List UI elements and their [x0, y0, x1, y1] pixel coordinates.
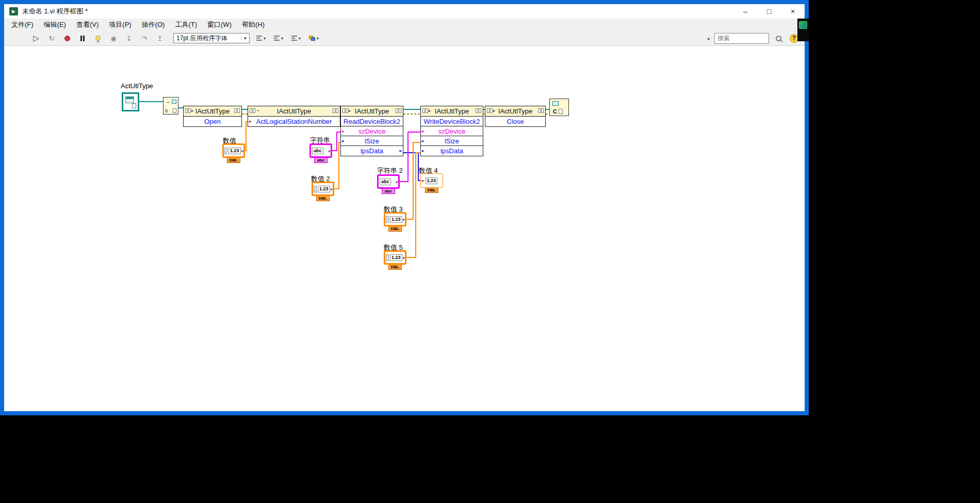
wire-num5[interactable]: [415, 152, 420, 153]
retain-wire-values-button[interactable]: ◉: [107, 33, 120, 44]
numeric-indicator-num4[interactable]: ▸ 1.23 DBL: [420, 173, 443, 193]
param-row-szdevice[interactable]: ▸ szDevice: [421, 126, 483, 136]
wire-refnum-gap2[interactable]: [403, 109, 420, 110]
output-arrow-icon: ▸: [403, 217, 405, 222]
type-tag: abc: [382, 188, 395, 194]
menu-item-tools[interactable]: 工具(T): [170, 20, 202, 29]
property-node-header[interactable]: ⊸ IActUtlType: [248, 106, 340, 117]
numeric-terminal-icon: 1.23 ▸: [384, 250, 406, 265]
wire-num2[interactable]: [338, 142, 339, 189]
wire-num5[interactable]: [415, 152, 416, 258]
numeric-control-num1[interactable]: 1.23 ▸ DBL: [222, 143, 245, 163]
wire-num3[interactable]: [413, 142, 420, 143]
wire-str2[interactable]: [407, 132, 420, 133]
param-row-lsize[interactable]: ▸ lSize: [341, 136, 403, 146]
invoke-node-write-device-block[interactable]: ▸ IActUtlType WriteDeviceBlock2 ▸ szDevi…: [420, 106, 483, 156]
reorder-dropdown[interactable]: ▾: [307, 35, 320, 42]
param-row-szdevice[interactable]: ▸ szDevice: [341, 126, 403, 136]
question-mark-icon: ?: [792, 35, 796, 42]
property-node-station-number[interactable]: ⊸ IActUtlType ▸ ActLogicalStationNumber: [248, 106, 340, 127]
chevron-down-icon: ▾: [281, 36, 283, 41]
string-terminal-icon: abc ▸: [309, 143, 332, 158]
align-objects-dropdown[interactable]: ▾: [255, 35, 267, 42]
invoke-node-open[interactable]: ▸ IActUtlType Open: [183, 106, 242, 127]
resize-objects-dropdown[interactable]: ▾: [290, 35, 302, 42]
step-into-button[interactable]: ↧: [123, 33, 135, 44]
wire-num1[interactable]: [246, 122, 247, 151]
refnum-in-terminal-icon: ▸: [422, 108, 431, 113]
maximize-button[interactable]: □: [757, 4, 781, 19]
wire-open-to-invoke[interactable]: [178, 107, 183, 108]
pause-icon: [83, 36, 85, 41]
property-row-station-number[interactable]: ▸ ActLogicalStationNumber: [248, 117, 340, 126]
menu-item-file[interactable]: 文件(F): [6, 20, 39, 29]
close-button[interactable]: ×: [781, 4, 805, 19]
page-glyph-icon: [132, 103, 136, 108]
error-wire-gap1[interactable]: [242, 113, 248, 115]
wire-refnum-gap3[interactable]: [483, 109, 485, 110]
method-row-write[interactable]: WriteDeviceBlock2: [421, 117, 483, 126]
menu-item-help[interactable]: 帮助(H): [237, 20, 270, 29]
wire-str2[interactable]: [407, 132, 409, 182]
wire-num3[interactable]: [413, 142, 414, 220]
menu-item-edit[interactable]: 编辑(E): [39, 20, 71, 29]
error-wire-gap3[interactable]: [483, 113, 485, 115]
highlight-execution-button[interactable]: [92, 33, 104, 44]
distribute-objects-dropdown[interactable]: ▾: [272, 35, 285, 42]
invoke-node-header[interactable]: ▸ IActUtlType: [421, 106, 483, 117]
method-row-close[interactable]: Close: [485, 117, 545, 126]
wire-str1[interactable]: [336, 132, 337, 151]
string-control-str1[interactable]: abc ▸ abc: [309, 143, 332, 163]
block-diagram-canvas[interactable]: ActUtlType → 0 ▸ IActUtlType Open ⊸ IAc: [4, 46, 805, 411]
invoke-node-read-device-block[interactable]: ▸ IActUtlType ReadDeviceBlock2 ▸ szDevic…: [340, 106, 403, 156]
menu-item-project[interactable]: 项目(P): [104, 20, 136, 29]
search-input[interactable]: [715, 35, 769, 42]
menu-item-view[interactable]: 查看(V): [71, 20, 104, 29]
run-button[interactable]: ▷: [30, 33, 42, 44]
node-class-label: IActUtlType: [277, 107, 311, 115]
step-out-button[interactable]: ↥: [154, 33, 166, 44]
invoke-node-header[interactable]: ▸ IActUtlType: [485, 106, 545, 117]
wire-num2[interactable]: [338, 142, 340, 143]
menu-item-operate[interactable]: 操作(O): [137, 20, 170, 29]
minimize-button[interactable]: –: [733, 4, 757, 19]
input-arrow-icon: ▸: [342, 138, 345, 143]
invoke-node-header[interactable]: ▸ IActUtlType: [341, 106, 403, 117]
param-row-lsize[interactable]: ▸ lSize: [421, 136, 483, 146]
error-wire-gap4[interactable]: [546, 113, 549, 115]
open-automation-refnum-node[interactable]: → 0: [163, 97, 178, 115]
font-selector[interactable]: 17pt 应用程序字体 ▼: [173, 33, 250, 43]
abort-button[interactable]: [61, 33, 73, 44]
desktop-shortcut-icon[interactable]: [799, 21, 807, 29]
numeric-control-num2[interactable]: 1.23 ▸ DBL: [312, 182, 334, 201]
output-arrow-icon: ▸: [403, 255, 405, 260]
param-row-lpsdata[interactable]: lpsData ▸: [341, 146, 403, 156]
method-row-open[interactable]: Open: [184, 117, 241, 126]
increment-knob-icon: [224, 148, 227, 154]
refnum-out-terminal-icon: [396, 108, 401, 113]
wire-refnum-to-open[interactable]: [139, 101, 163, 102]
wire-num1[interactable]: [246, 121, 248, 122]
run-continuous-button[interactable]: ↻: [45, 33, 58, 44]
numeric-control-num5[interactable]: 1.23 ▸ DBL: [384, 250, 406, 270]
numeric-indicator-icon: ▸ 1.23: [420, 173, 443, 188]
invoke-node-header[interactable]: ▸ IActUtlType: [184, 106, 241, 117]
menu-item-window[interactable]: 窗口(W): [202, 20, 237, 29]
pause-button[interactable]: [76, 33, 89, 44]
error-wire-gap2[interactable]: [403, 113, 420, 115]
invoke-node-close[interactable]: ▸ IActUtlType Close: [485, 106, 546, 127]
search-button[interactable]: [772, 33, 785, 44]
wire-str1[interactable]: [336, 132, 340, 133]
abort-icon: [64, 36, 70, 41]
wire-refnum-gap1[interactable]: [242, 109, 248, 110]
numeric-control-num3[interactable]: 1.23 ▸ DBL: [384, 212, 406, 232]
method-row-read[interactable]: ReadDeviceBlock2: [341, 117, 403, 126]
resize-objects-icon: [291, 36, 298, 41]
search-expander-icon[interactable]: ▸: [708, 36, 710, 41]
step-over-button[interactable]: ↷: [138, 33, 151, 44]
string-control-str2[interactable]: abc ▸ abc: [377, 174, 400, 194]
param-row-lpsdata[interactable]: ▸ lpsData: [421, 146, 483, 156]
close-reference-node[interactable]: C: [549, 99, 569, 116]
wire-refnum-gap4[interactable]: [546, 109, 549, 110]
automation-refnum-terminal[interactable]: [122, 92, 139, 111]
